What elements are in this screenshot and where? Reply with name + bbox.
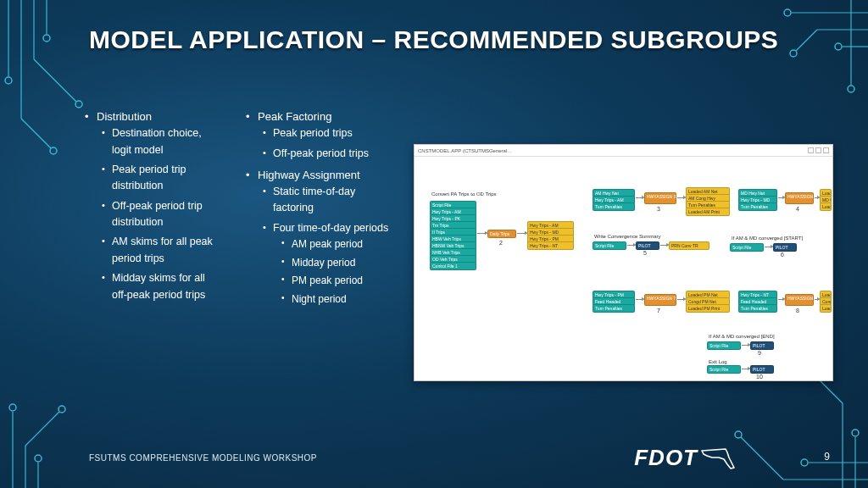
bullet: Off-peak period trip distribution bbox=[97, 198, 220, 231]
bullet: Peak period trip distribution bbox=[97, 162, 220, 195]
svg-point-9 bbox=[43, 35, 50, 42]
flow-process: PILOT bbox=[773, 243, 797, 252]
svg-point-23 bbox=[801, 459, 808, 466]
flow-process: HWYASSIGN 3 bbox=[644, 192, 676, 204]
flow-process: PILOT bbox=[750, 341, 774, 350]
bullet: AM skims for all peak period trips bbox=[97, 234, 220, 267]
svg-line-6 bbox=[34, 59, 76, 102]
flow-input: Turn Penalties bbox=[738, 202, 777, 211]
flowchart-screenshot: CNSTMODEL.APP (CTSUTMSGeneral… Convert P… bbox=[414, 144, 833, 381]
flow-window-titlebar: CNSTMODEL.APP (CTSUTMSGeneral… bbox=[415, 145, 832, 157]
bullet: Midday skims for all off-peak period tri… bbox=[97, 270, 220, 303]
bullet: Destination choice, logit model bbox=[97, 125, 220, 158]
bullet: Peak period trips bbox=[258, 125, 390, 141]
flow-section-title: If AM & MD converged [END] bbox=[707, 333, 800, 340]
florida-outline-icon bbox=[700, 446, 741, 471]
svg-point-18 bbox=[848, 86, 854, 92]
svg-point-4 bbox=[50, 147, 57, 154]
flow-process: PILOT bbox=[636, 241, 659, 250]
flow-input: Script File bbox=[730, 243, 764, 252]
flow-process: HWYASSIGN 4 bbox=[785, 192, 814, 204]
fdot-logo: FDOT bbox=[634, 445, 741, 471]
bullet: Off-peak period trips bbox=[258, 146, 390, 162]
flow-section-title: Exit Log bbox=[707, 358, 758, 365]
flow-process: Daily Trips bbox=[487, 230, 516, 238]
flow-section-title: If AM & MD converged [START] bbox=[730, 235, 823, 241]
flow-input: Script File bbox=[593, 241, 626, 250]
svg-point-33 bbox=[58, 406, 65, 413]
col-heading: Highway Assignment bbox=[258, 169, 360, 181]
col-heading: Peak Factoring bbox=[258, 110, 331, 123]
page-number: 9 bbox=[824, 451, 830, 463]
flow-process: PILOT bbox=[750, 365, 774, 374]
bullet: Static time-of-day factoring bbox=[258, 184, 390, 217]
flow-input: Turn Penalties bbox=[593, 304, 635, 313]
flow-output: Loaded MD Print bbox=[820, 202, 832, 211]
column-peak-hwy: Peak Factoring Peak period trips Off-pea… bbox=[246, 108, 390, 313]
svg-point-35 bbox=[35, 455, 42, 462]
sub-bullet: Night period bbox=[273, 291, 390, 308]
col-heading: Distribution bbox=[97, 110, 152, 123]
sub-bullet: PM peak period bbox=[273, 273, 390, 289]
flow-process: HWYASSIGN 7 bbox=[644, 294, 676, 306]
svg-point-21 bbox=[735, 431, 742, 438]
flow-output: PRN Conv TR bbox=[669, 241, 709, 250]
svg-point-1 bbox=[5, 77, 12, 84]
svg-point-28 bbox=[852, 430, 859, 436]
flow-input: Script File bbox=[707, 341, 741, 350]
flow-canvas: Convert PA Trips to OD Trips Script File… bbox=[415, 157, 832, 380]
svg-line-3 bbox=[21, 119, 51, 148]
svg-line-20 bbox=[741, 437, 783, 480]
bullet-columns: Distribution Destination choice, logit m… bbox=[85, 108, 390, 313]
bullet: Four time-of-day periods bbox=[273, 222, 388, 234]
flow-section-title: Write Convergence Summary bbox=[593, 233, 669, 240]
flow-input: Turn Penalties bbox=[738, 304, 777, 313]
flow-output: Loaded AM Print bbox=[686, 208, 730, 216]
flow-output: Loaded NT Print bbox=[820, 304, 832, 313]
svg-point-16 bbox=[835, 43, 842, 50]
svg-point-30 bbox=[9, 404, 16, 411]
flow-input: Turn Penalties bbox=[593, 202, 635, 211]
slide-title: MODEL APPLICATION – RECOMMENDED SUBGROUP… bbox=[89, 25, 817, 54]
circuit-decoration-bl bbox=[0, 319, 93, 488]
column-distribution: Distribution Destination choice, logit m… bbox=[85, 108, 220, 313]
sub-bullet: Midday period bbox=[273, 255, 390, 271]
flow-output: Loaded PM Print bbox=[686, 304, 730, 313]
flow-input: Control File 1 bbox=[430, 262, 476, 270]
flow-section-title: Convert PA Trips to OD Trips bbox=[430, 191, 506, 197]
sub-bullet: AM peak period bbox=[273, 236, 390, 252]
circuit-decoration-tr bbox=[724, 0, 868, 127]
flow-input: Script File bbox=[707, 365, 741, 374]
flow-output: Hwy Trips - NT bbox=[527, 241, 574, 250]
svg-point-7 bbox=[75, 101, 82, 108]
flow-window-title: CNSTMODEL.APP (CTSUTMSGeneral… bbox=[418, 148, 512, 153]
footer-text: FSUTMS COMPREHENSIVE MODELING WORKSHOP bbox=[89, 453, 317, 463]
svg-line-32 bbox=[25, 412, 59, 446]
flow-process: HWYASSIGN 8 bbox=[785, 294, 814, 306]
fdot-logo-text: FDOT bbox=[634, 445, 698, 471]
svg-point-11 bbox=[784, 9, 791, 16]
